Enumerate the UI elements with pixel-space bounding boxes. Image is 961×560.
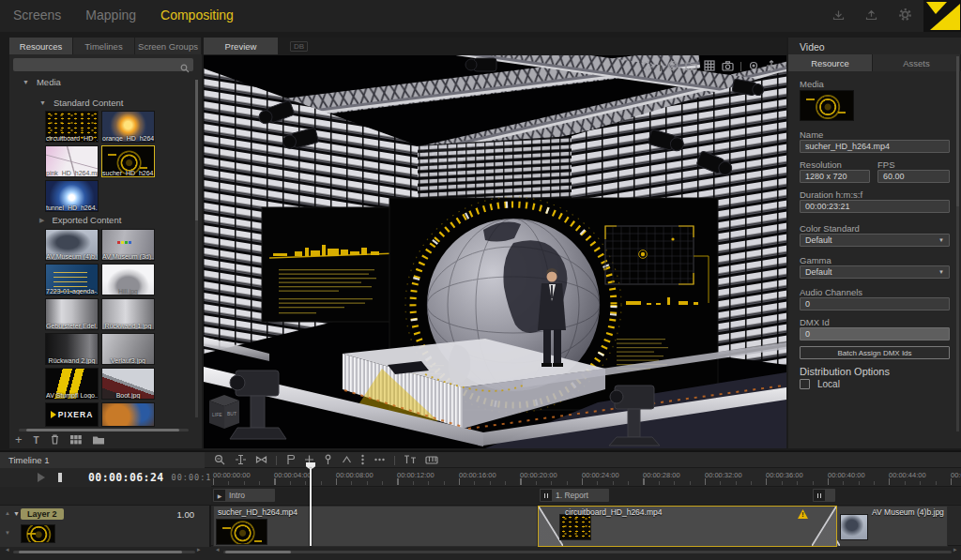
dmx-id-field[interactable]: 0 [800, 327, 950, 341]
resource-thumbnail-circuitboard[interactable]: circuitboard_HD_... [45, 111, 99, 143]
tab-resource[interactable]: Resource [788, 54, 873, 71]
circle-slash-icon[interactable] [667, 58, 679, 75]
resource-thumbnail[interactable]: Gebürsteter Edel... [45, 298, 99, 330]
target-icon[interactable] [748, 58, 759, 75]
clip-sucher[interactable]: sucher_HD_h264.mp4 [213, 506, 538, 547]
download-icon[interactable] [832, 8, 845, 25]
timeline-tab[interactable]: Timeline 1 [0, 452, 205, 468]
grid-view-icon[interactable] [70, 431, 82, 448]
keyboard-icon[interactable] [425, 452, 438, 469]
resource-thumbnail[interactable]: AV Museum (4)b.j... [45, 229, 99, 261]
tab-screens[interactable]: Screens [13, 8, 61, 23]
scroll-right-icon[interactable]: ▸ [953, 546, 957, 553]
play-button[interactable] [38, 473, 45, 482]
layer-thumbnail[interactable] [21, 524, 55, 543]
duration-field[interactable]: 00:00:23:21 [800, 200, 950, 213]
chevron-down-icon[interactable]: ▼ [23, 79, 29, 85]
layer-scrollbar[interactable] [13, 551, 195, 553]
gear-icon[interactable] [898, 8, 912, 25]
ripple-tool-icon[interactable] [255, 452, 267, 469]
pause-button[interactable] [58, 473, 62, 482]
fade-out-wedge[interactable] [812, 507, 836, 546]
upload-icon[interactable] [865, 8, 877, 25]
resource-thumbnail-sucher[interactable]: sucher_HD_h264... [101, 145, 155, 177]
resource-thumbnail[interactable]: Verlauf3.jpg [101, 333, 155, 365]
warning-icon[interactable]: ! [798, 509, 808, 519]
scroll-right-icon[interactable]: ▸ [197, 546, 201, 553]
clip-circuitboard[interactable]: circuitboard_HD_h264.mp4 ! [538, 506, 837, 547]
current-timecode[interactable]: 00:00:06:24 [88, 471, 164, 484]
playhead[interactable] [310, 468, 312, 546]
caret-icon[interactable] [342, 452, 352, 469]
tree-node-media[interactable]: ▼ Media [23, 77, 61, 87]
track-scrollbar[interactable] [223, 551, 952, 553]
color-standard-select[interactable]: Default ▼ [800, 234, 950, 247]
tab-resources[interactable]: Resources [9, 38, 73, 54]
flag-marker-icon[interactable] [285, 452, 296, 469]
pin-icon[interactable] [323, 452, 333, 469]
gamma-select[interactable]: Default ▼ [800, 265, 950, 279]
layer-name[interactable]: Layer 2 [21, 508, 64, 520]
batch-assign-dmx-button[interactable]: Batch Assign DMX Ids [800, 346, 950, 359]
search-input[interactable] [13, 58, 193, 71]
resource-thumbnail-tunnel[interactable]: tunnel_HD_h264... [45, 180, 99, 212]
vertical-dots-icon[interactable] [360, 452, 365, 469]
audio-channels-field[interactable]: 0 [800, 297, 950, 310]
resource-thumbnail[interactable]: Boot.jpg [101, 368, 155, 400]
resource-thumbnail[interactable]: Hill.jpg [101, 264, 155, 295]
resource-label: Gebürsteter Edel... [46, 323, 98, 329]
preview-viewport[interactable]: LIFE BUT [204, 55, 786, 448]
tracks-icon[interactable] [404, 452, 417, 469]
tab-mapping[interactable]: Mapping [85, 8, 136, 23]
text-icon[interactable]: T [34, 435, 39, 446]
move-icon[interactable] [766, 58, 777, 75]
layer-expander-icon[interactable]: ▼ [13, 510, 20, 517]
marker-3[interactable] [813, 489, 835, 502]
layer-down-icon[interactable]: ▼ [5, 530, 10, 537]
layer-up-icon[interactable]: ▲ [5, 510, 10, 517]
name-field[interactable]: sucher_HD_h264.mp4 [800, 140, 950, 153]
marker-report[interactable]: 1. Report [540, 489, 609, 502]
search-icon [180, 60, 190, 77]
vertical-scrollbar[interactable] [195, 80, 198, 417]
resource-thumbnail[interactable]: AV Museum (3d)... [101, 229, 155, 261]
dashed-circle-icon[interactable] [642, 58, 653, 75]
resource-thumbnail-pink[interactable]: pink_HD_h264.mp... [45, 145, 99, 177]
tab-screen-groups[interactable]: Screen Groups [135, 38, 202, 54]
tree-node-exported-content[interactable]: ▶ Exported Content [39, 215, 121, 225]
fps-field[interactable]: 60.00 [877, 170, 950, 183]
grid-icon[interactable] [704, 58, 715, 75]
resolution-field[interactable]: 1280 x 720 [800, 170, 870, 183]
tree-node-standard-content[interactable]: ▼ Standard Content [39, 98, 123, 108]
folder-icon[interactable] [93, 431, 104, 448]
local-checkbox[interactable] [800, 379, 810, 389]
resource-thumbnail[interactable]: Rückwand 2.jpg [45, 333, 99, 365]
resource-thumbnail[interactable] [101, 402, 155, 427]
chevron-down-icon[interactable]: ▼ [39, 99, 46, 106]
chevron-right-icon[interactable]: ▶ [39, 217, 44, 224]
tab-preview[interactable]: Preview [204, 38, 279, 54]
tab-assets[interactable]: Assets [873, 54, 961, 71]
resource-thumbnail[interactable]: Rückwand 1.jpg [101, 298, 155, 330]
add-icon[interactable]: + [15, 434, 23, 446]
folder-icon[interactable] [685, 58, 697, 75]
resource-thumbnail[interactable]: AV Stumpfl Logo... [45, 368, 99, 400]
camera-icon[interactable] [722, 58, 734, 75]
zoom-out-icon[interactable] [214, 452, 226, 469]
resource-thumbnail-pixera[interactable]: PIXERA [45, 402, 99, 427]
trim-tool-icon[interactable] [235, 452, 247, 469]
db-badge[interactable]: DB [290, 41, 308, 52]
resource-thumbnail-orange[interactable]: orange_HD_h264... [101, 111, 155, 143]
trash-icon[interactable] [51, 431, 59, 448]
layer-opacity-value[interactable]: 1.00 [177, 509, 195, 520]
media-thumbnail[interactable] [800, 90, 854, 121]
marker-intro[interactable]: ▶ Intro [213, 489, 275, 502]
horizontal-dots-icon[interactable] [374, 452, 386, 469]
tab-timelines[interactable]: Timelines [73, 38, 135, 54]
scroll-left-icon[interactable]: ◂ [216, 546, 220, 553]
vertical-scrollbar[interactable] [956, 56, 959, 431]
tab-compositing[interactable]: Compositing [160, 8, 234, 23]
resource-thumbnail[interactable]: 7223-01-agenda-... [45, 264, 99, 295]
scroll-left-icon[interactable]: ◂ [6, 546, 9, 553]
timeline-ruler[interactable]: 00:00:00:00 00:00:04:00 00:00:08:00 00:0… [211, 468, 961, 487]
